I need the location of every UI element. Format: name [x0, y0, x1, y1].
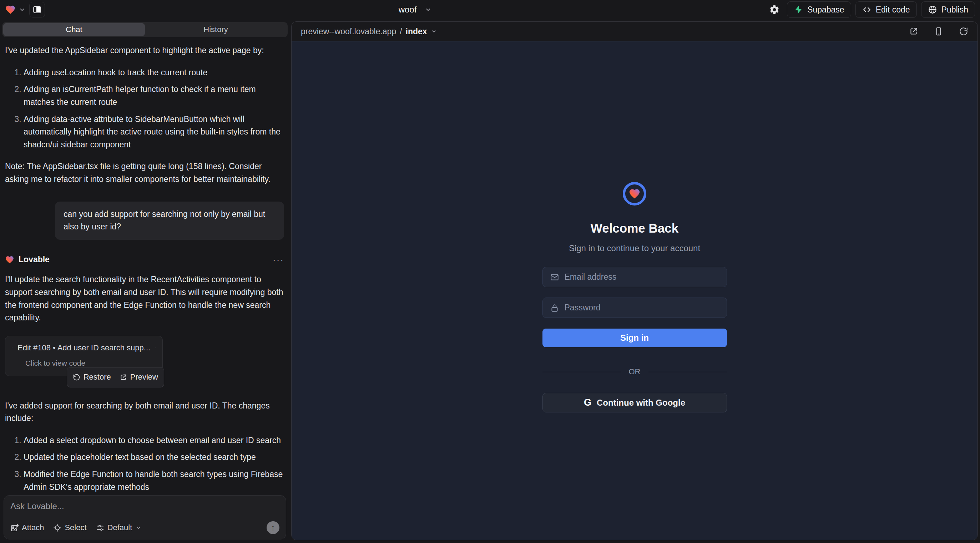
chat-panel: Chat History I've updated the AppSidebar…	[0, 19, 290, 543]
sidebar-toggle-icon	[32, 5, 42, 14]
chat-input[interactable]	[10, 501, 280, 518]
google-g-icon: G	[584, 397, 591, 408]
url-separator: /	[400, 27, 402, 37]
preview-iframe-content: Welcome Back Sign in to continue to your…	[291, 41, 977, 540]
edit-code-label: Edit code	[876, 5, 910, 14]
assistant-message-text: I'll update the search functionality in …	[5, 273, 284, 324]
assistant-name: Lovable	[19, 253, 49, 266]
page-title: Welcome Back	[591, 221, 678, 235]
restore-preview-pill: Restore Preview	[67, 367, 164, 387]
chat-history-tabs: Chat History	[2, 22, 288, 37]
publish-button[interactable]: Publish	[921, 2, 975, 18]
code-icon	[12, 344, 13, 352]
sliders-icon	[96, 524, 104, 532]
divider-line	[649, 372, 727, 372]
top-bar: woof Supabase Edit code Publish	[0, 0, 980, 19]
continue-with-google-button[interactable]: G Continue with Google	[542, 393, 727, 413]
list-item: Updated the placeholder text based on th…	[24, 451, 284, 464]
sign-in-button[interactable]: Sign in	[542, 329, 727, 347]
assistant-numbered-list: Added a select dropdown to choose betwee…	[5, 434, 284, 492]
url-host: preview--woof.lovable.app	[301, 27, 396, 37]
select-button[interactable]: Select	[53, 523, 86, 532]
or-divider: OR	[542, 367, 727, 376]
supabase-bolt-icon	[794, 5, 803, 14]
lock-icon	[550, 303, 559, 313]
assistant-header: Lovable ···	[5, 252, 284, 267]
preview-url[interactable]: preview--woof.lovable.app / index	[301, 27, 437, 37]
lovable-heart-icon	[5, 4, 16, 15]
signin-card: Welcome Back Sign in to continue to your…	[542, 41, 727, 540]
attach-label: Attach	[22, 523, 44, 532]
user-message-bubble: can you add support for searching not on…	[55, 202, 284, 240]
attach-button[interactable]: Attach	[10, 523, 44, 532]
chevron-down-icon	[19, 6, 26, 13]
send-button[interactable]: ↑	[267, 521, 280, 534]
refresh-button[interactable]	[959, 27, 968, 36]
project-chevron-down-icon[interactable]	[424, 6, 431, 13]
url-page: index	[406, 27, 427, 37]
composer: Attach Select Default ↑	[3, 495, 286, 540]
mobile-view-button[interactable]	[934, 27, 943, 36]
list-item: Added a select dropdown to choose betwee…	[24, 434, 284, 447]
divider-line	[542, 372, 621, 372]
list-item: Adding data-active attribute to SidebarM…	[24, 113, 284, 151]
tab-history[interactable]: History	[145, 23, 286, 36]
list-item: Modified the Edge Function to handle bot…	[24, 468, 284, 492]
email-field[interactable]	[565, 272, 719, 282]
assistant-message-text: I've updated the AppSidebar component to…	[5, 44, 284, 57]
email-field-wrapper	[542, 267, 727, 287]
toggle-sidebar-button[interactable]	[29, 2, 45, 17]
google-button-label: Continue with Google	[597, 398, 685, 408]
message-more-menu-icon[interactable]: ···	[273, 252, 284, 267]
restore-button[interactable]: Restore	[73, 371, 111, 383]
refresh-icon	[959, 27, 968, 36]
list-item: Adding useLocation hook to track the cur…	[24, 67, 284, 79]
external-link-icon	[909, 27, 918, 36]
globe-icon	[928, 5, 937, 14]
heart-logo-icon	[628, 188, 641, 200]
mobile-device-icon	[934, 27, 943, 36]
preview-panel: preview--woof.lovable.app / index	[291, 21, 978, 540]
list-item: Adding an isCurrentPath helper function …	[24, 83, 284, 108]
attach-image-icon	[10, 524, 19, 532]
settings-button[interactable]	[766, 2, 783, 18]
external-link-icon	[119, 373, 127, 381]
restore-label: Restore	[84, 371, 111, 383]
chevron-right-icon	[155, 344, 156, 352]
lovable-project-menu[interactable]	[5, 4, 26, 15]
password-field-wrapper	[542, 297, 727, 318]
gear-icon	[769, 4, 780, 15]
edit-card-title: Edit #108 • Add user ID search supp...	[18, 342, 150, 354]
preview-button[interactable]: Preview	[119, 371, 158, 383]
preview-label: Preview	[130, 371, 158, 383]
supabase-label: Supabase	[807, 5, 845, 14]
project-title: woof	[399, 5, 417, 14]
tab-chat[interactable]: Chat	[3, 23, 145, 36]
assistant-note-text: Note: The AppSidebar.tsx file is getting…	[5, 160, 284, 186]
supabase-button[interactable]: Supabase	[787, 2, 851, 18]
divider-label: OR	[629, 367, 641, 376]
chevron-down-icon	[431, 28, 437, 35]
app-logo	[623, 182, 646, 205]
publish-label: Publish	[942, 5, 968, 14]
page-subtitle: Sign in to continue to your account	[569, 243, 700, 253]
chevron-down-icon	[135, 524, 142, 531]
lovable-heart-icon	[5, 255, 14, 264]
select-label: Select	[65, 523, 86, 532]
edit-code-button[interactable]: Edit code	[856, 2, 917, 18]
password-field[interactable]	[565, 303, 719, 313]
mode-label: Default	[107, 523, 132, 532]
mode-dropdown[interactable]: Default	[96, 523, 142, 532]
select-target-icon	[53, 524, 61, 532]
assistant-numbered-list: Adding useLocation hook to track the cur…	[5, 67, 284, 151]
app-window: woof Supabase Edit code Publish	[0, 0, 980, 543]
code-icon	[862, 5, 872, 14]
chat-message-list[interactable]: I've updated the AppSidebar component to…	[0, 37, 290, 492]
preview-browser-bar: preview--woof.lovable.app / index	[291, 22, 977, 41]
open-in-new-tab-button[interactable]	[909, 27, 918, 36]
restore-icon	[73, 373, 80, 381]
mail-icon	[550, 273, 559, 282]
assistant-message-text: I've added support for searching by both…	[5, 400, 284, 425]
edit-card-wrapper: Edit #108 • Add user ID search supp... C…	[5, 336, 163, 376]
